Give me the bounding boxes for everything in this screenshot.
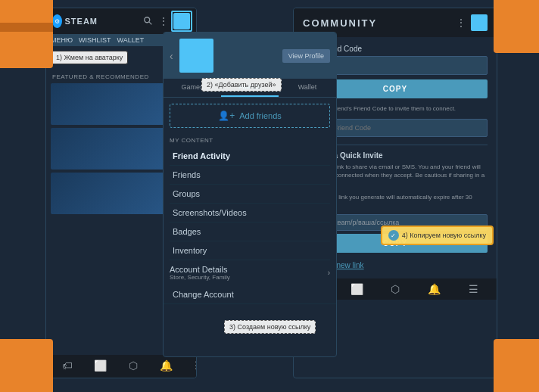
- checkmark-icon: ✓: [388, 230, 399, 241]
- steam-logo-text: STEAM: [65, 17, 98, 26]
- bottom-nav-icon-5[interactable]: ☰: [192, 359, 197, 373]
- community-menu-icon[interactable]: ⋮: [456, 17, 466, 29]
- content-items-list: Friend Activity Friends Groups Screensho…: [164, 147, 336, 260]
- header-icons: ⋮: [143, 13, 190, 30]
- content-item-friends[interactable]: Friends: [170, 166, 330, 185]
- community-bottom-icon-4[interactable]: 🔔: [428, 283, 441, 295]
- profile-avatar: [179, 39, 213, 73]
- community-user-avatar[interactable]: [471, 14, 488, 31]
- community-bottom-icon-5[interactable]: ☰: [469, 283, 478, 295]
- bottom-nav-icon-2[interactable]: ⬜: [93, 359, 107, 373]
- profile-dropdown: ‹ View Profile 2) «Добавить друзей» Game…: [163, 32, 337, 357]
- annotation-add-friends: 2) «Добавить друзей»: [201, 78, 282, 92]
- content-item-groups[interactable]: Groups: [170, 185, 330, 204]
- tab-wallet[interactable]: Wallet: [279, 79, 336, 97]
- back-button[interactable]: ‹: [170, 50, 173, 62]
- annotation-click-avatar: 1) Жмем на аватарку: [51, 51, 128, 64]
- more-options-icon[interactable]: ⋮: [158, 15, 169, 27]
- gift-decoration-topright: [494, 0, 539, 53]
- add-friends-icon: 👤+: [218, 110, 235, 121]
- nav-menu[interactable]: МЕНЮ: [51, 36, 73, 44]
- gift-decoration-bottomleft: [0, 339, 53, 392]
- arrow-right-icon: ›: [328, 269, 330, 277]
- account-details-label: Account Details: [170, 265, 230, 274]
- user-avatar-header[interactable]: [173, 13, 190, 30]
- steam-header: ⚙ STEAM ⋮: [46, 8, 196, 34]
- profile-header: ‹ View Profile: [164, 33, 336, 79]
- svg-line-1: [149, 22, 152, 25]
- gift-decoration-bottomright: [494, 339, 539, 392]
- annotation-copy-link: ✓ 4) Копируем новую ссылку: [381, 226, 494, 245]
- add-friends-label: Add friends: [239, 111, 282, 120]
- bottom-nav-icon-1[interactable]: 🏷: [61, 359, 74, 373]
- community-bottom-icon-2[interactable]: ⬜: [351, 283, 363, 295]
- account-details-item[interactable]: Account Details Store, Security, Family …: [164, 260, 336, 285]
- content-item-friend-activity[interactable]: Friend Activity: [170, 147, 330, 166]
- content-item-screenshots[interactable]: Screenshots/Videos: [170, 204, 330, 222]
- gift-decoration-topleft: [0, 0, 53, 68]
- community-bottom-icon-3[interactable]: ⬡: [391, 283, 400, 295]
- nav-wishlist[interactable]: WISHLIST: [79, 36, 111, 44]
- left-bottom-nav: 🏷 ⬜ ⬡ 🔔 ☰: [46, 355, 197, 378]
- svg-point-0: [145, 17, 150, 23]
- nav-wallet[interactable]: WALLET: [117, 36, 145, 44]
- view-profile-button[interactable]: View Profile: [282, 49, 330, 63]
- account-details-sub: Store, Security, Family: [170, 274, 230, 281]
- community-header-right: ⋮: [456, 14, 488, 31]
- content-item-inventory[interactable]: Inventory: [170, 241, 330, 260]
- steam-logo: ⚙ STEAM: [52, 14, 98, 29]
- bottom-nav-icon-4[interactable]: 🔔: [160, 359, 173, 373]
- annotation-copy-text: 4) Копируем новую ссылку: [402, 232, 486, 239]
- bottom-nav-icon-3[interactable]: ⬡: [126, 359, 140, 373]
- content-item-badges[interactable]: Badges: [170, 222, 330, 241]
- add-friends-button[interactable]: 👤+ Add friends: [170, 104, 330, 128]
- community-title: COMMUNITY: [303, 17, 377, 29]
- search-icon[interactable]: [143, 16, 154, 26]
- content-item-change-account[interactable]: Change Account: [164, 285, 336, 304]
- steam-logo-icon: ⚙: [52, 14, 62, 28]
- annotation-create-link: 3) Создаем новую ссылку: [224, 320, 316, 334]
- my-content-label: MY CONTENT: [164, 134, 336, 147]
